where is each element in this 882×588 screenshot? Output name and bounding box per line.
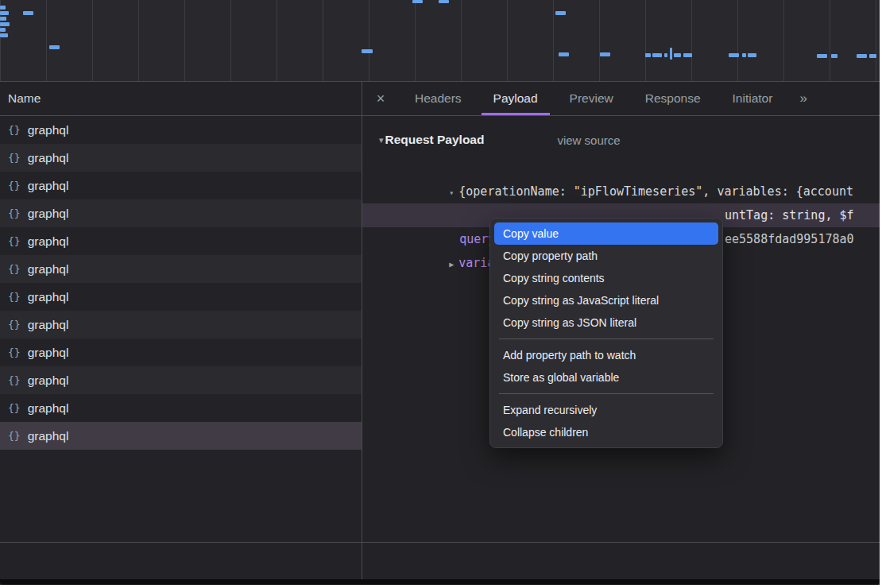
request-name: graphql <box>28 123 69 137</box>
request-row[interactable]: {}graphql <box>0 144 362 172</box>
view-source-link[interactable]: view source <box>557 133 620 147</box>
json-icon: {} <box>8 263 21 275</box>
timeline-bar <box>742 53 746 57</box>
tab-headers[interactable]: Headers <box>399 82 478 115</box>
timeline-bar <box>0 33 8 37</box>
timeline-bar <box>555 11 566 15</box>
menu-item-add-property-path-to-watch[interactable]: Add property path to watch <box>490 344 722 366</box>
timeline-bar <box>559 52 569 56</box>
network-overview-strip[interactable] <box>0 0 880 82</box>
json-icon: {} <box>8 291 21 303</box>
timeline-bar <box>0 11 9 15</box>
json-icon: {} <box>8 374 21 386</box>
timeline-bar <box>362 49 373 53</box>
request-name: graphql <box>28 318 69 332</box>
menu-separator <box>499 338 714 339</box>
request-list: {}graphql{}graphql{}graphql{}graphql{}gr… <box>0 116 362 450</box>
property-value-fragment: untTag: string, $f <box>725 203 854 227</box>
timeline-bar <box>23 11 33 15</box>
request-payload-section: ▾ Request Payload view source <box>362 124 880 156</box>
tab-preview[interactable]: Preview <box>554 82 629 115</box>
menu-item-copy-property-path[interactable]: Copy property path <box>490 245 722 267</box>
timeline-bar <box>49 45 60 49</box>
timeline-bar <box>600 52 610 56</box>
request-name: graphql <box>28 151 69 165</box>
request-name: graphql <box>28 179 69 193</box>
request-name: graphql <box>28 234 69 249</box>
request-row[interactable]: {}graphql <box>0 227 362 255</box>
tab-bar: × HeadersPayloadPreviewResponseInitiator… <box>362 82 880 116</box>
tab-bar-tabs: HeadersPayloadPreviewResponseInitiator <box>399 82 788 115</box>
timeline-bar <box>670 48 672 60</box>
tab-response[interactable]: Response <box>629 82 717 115</box>
collapse-caret-icon[interactable]: ▾ <box>379 135 384 145</box>
json-icon: {} <box>8 235 21 247</box>
timeline-bar <box>674 53 681 57</box>
timeline-bar <box>817 54 827 58</box>
payload-root-row[interactable]: ▾{operationName: "ipFlowTimeseries", var… <box>362 156 880 180</box>
request-row[interactable]: {}graphql <box>0 116 362 144</box>
timeline-bar <box>664 53 667 57</box>
timeline-bar <box>869 54 876 58</box>
timeline-bar <box>0 28 6 32</box>
name-column-label: Name <box>8 91 41 106</box>
json-icon: {} <box>8 207 21 219</box>
name-column-header[interactable]: Name <box>0 82 362 116</box>
request-name: graphql <box>28 429 69 443</box>
request-row[interactable]: {}graphql <box>0 255 362 283</box>
close-icon[interactable]: × <box>362 82 399 115</box>
menu-separator <box>499 393 714 394</box>
request-name: graphql <box>28 373 69 388</box>
request-name: graphql <box>28 401 69 416</box>
devtools-window: Name {}graphql{}graphql{}graphql{}graphq… <box>0 0 880 585</box>
collapsed-caret-icon[interactable]: ▶ <box>449 253 454 277</box>
request-row[interactable]: {}graphql <box>0 199 362 227</box>
json-icon: {} <box>8 124 21 136</box>
request-row[interactable]: {}graphql <box>0 422 362 450</box>
timeline-bar <box>652 53 662 57</box>
json-icon: {} <box>8 346 21 358</box>
json-icon: {} <box>8 430 21 442</box>
json-icon: {} <box>8 402 21 414</box>
timeline-bar <box>683 53 692 57</box>
divider <box>0 542 880 543</box>
property-value-fragment: ee5588fdad995178a0 <box>725 227 854 251</box>
json-icon: {} <box>8 319 21 331</box>
request-row[interactable]: {}graphql <box>0 394 362 422</box>
json-icon: {} <box>8 152 21 164</box>
operation-name-row[interactable]: operationName: "ipFlowTimeseries" <box>362 180 880 203</box>
json-icon: {} <box>8 180 21 191</box>
request-name: graphql <box>28 207 69 221</box>
menu-item-copy-string-as-javascript-literal[interactable]: Copy string as JavaScript literal <box>490 289 722 311</box>
request-row[interactable]: {}graphql <box>0 366 362 394</box>
timeline-bar <box>857 54 867 58</box>
request-row[interactable]: {}graphql <box>0 338 362 366</box>
menu-item-collapse-children[interactable]: Collapse children <box>490 421 722 443</box>
request-name: graphql <box>28 262 69 277</box>
menu-item-copy-string-as-json-literal[interactable]: Copy string as JSON literal <box>490 311 722 334</box>
timeline-bar <box>0 6 6 10</box>
timeline-bar <box>439 0 449 3</box>
timeline-bar <box>729 53 739 57</box>
context-menu: Copy valueCopy property pathCopy string … <box>489 218 723 448</box>
request-name: graphql <box>28 290 69 304</box>
tab-payload[interactable]: Payload <box>478 82 554 115</box>
bottom-bar <box>0 579 880 585</box>
timeline-bar <box>0 17 6 21</box>
timeline-bar <box>412 0 423 3</box>
timeline-bar <box>645 53 651 57</box>
timeline-bar <box>0 22 10 26</box>
more-tabs-icon[interactable]: » <box>788 82 818 115</box>
section-title: Request Payload <box>385 133 485 147</box>
request-name: graphql <box>28 346 69 360</box>
request-row[interactable]: {}graphql <box>0 283 362 311</box>
menu-item-expand-recursively[interactable]: Expand recursively <box>490 399 722 421</box>
menu-item-store-as-global-variable[interactable]: Store as global variable <box>490 366 722 389</box>
timeline-bar <box>831 54 838 58</box>
timeline-bar <box>748 53 756 57</box>
request-row[interactable]: {}graphql <box>0 172 362 199</box>
tab-initiator[interactable]: Initiator <box>717 82 789 115</box>
request-row[interactable]: {}graphql <box>0 311 362 338</box>
menu-item-copy-value[interactable]: Copy value <box>494 222 718 245</box>
menu-item-copy-string-contents[interactable]: Copy string contents <box>490 267 722 289</box>
